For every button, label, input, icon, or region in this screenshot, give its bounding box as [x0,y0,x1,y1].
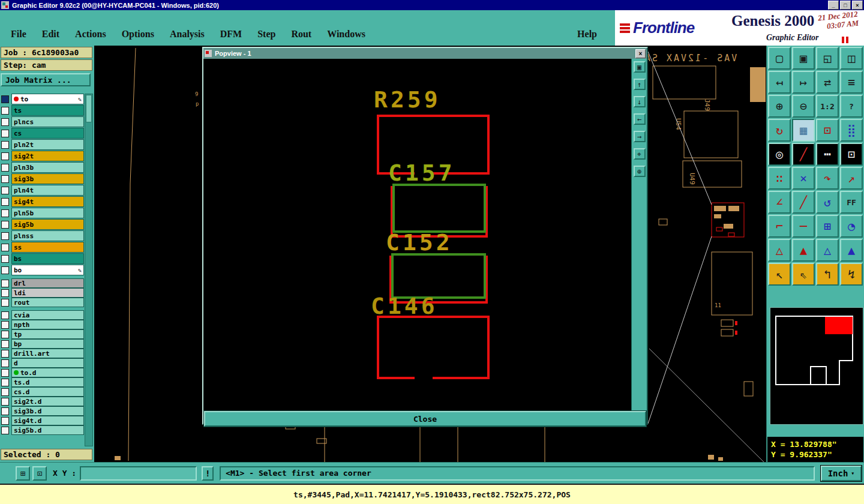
layer-row-ss[interactable]: ss [1,242,84,253]
zoom-in-button[interactable]: ⊕ [768,95,791,118]
navigator-view-rect[interactable] [825,317,853,334]
layer-row-bs[interactable]: bs [1,253,84,264]
layer-row-pln2t[interactable]: pln2t [1,139,84,150]
pointer-line-button[interactable]: ⇖ [792,263,815,286]
layer-row-bp[interactable]: bp [1,339,84,349]
dash-button[interactable]: ─ [792,215,815,238]
dot-matrix-button[interactable]: ⣿ [840,119,863,142]
layer-row-cs[interactable]: cs [1,128,84,139]
highlight-net-button[interactable]: ∷ [768,167,791,190]
menu-actions[interactable]: Actions [75,29,106,40]
zoom-out-button[interactable]: ⊖ [792,95,815,118]
split-view-button[interactable]: ◫ [840,47,863,70]
units-button[interactable]: Inch ▾ [821,466,862,481]
menu-windows[interactable]: Windows [327,29,365,40]
layer-row-to[interactable]: to✎ [1,94,84,104]
layer-row-rout[interactable]: rout [1,298,84,307]
popview-copy-button[interactable]: ▣ [634,61,646,73]
layer-checkbox[interactable] [1,244,9,251]
redraw-button[interactable]: ↻ [768,119,791,142]
origin-snap-button[interactable]: ⊡ [32,466,47,481]
popview-canvas[interactable]: R259 C157 C152 C146 [203,59,631,410]
layer-scrollbar[interactable] [85,94,93,446]
pointer-path-button[interactable]: ↯ [840,263,863,286]
layer-checkbox[interactable] [1,107,9,115]
layer-checkbox[interactable] [1,95,9,103]
layer-colors-button[interactable]: ⊡ [816,119,839,142]
alert-button[interactable]: ! [202,466,214,481]
menu-rout[interactable]: Rout [291,29,311,40]
layer-checkbox[interactable] [1,340,9,348]
layer-row-pln3b[interactable]: pln3b [1,162,84,173]
menu-step[interactable]: Step [257,29,275,40]
layer-checkbox[interactable] [1,359,9,367]
triangle-outline-button[interactable]: △ [768,239,791,262]
popview-pan-down-button[interactable]: ↓ [634,96,646,107]
triangle-blue-button[interactable]: △ [816,239,839,262]
layer-checkbox[interactable] [1,130,9,137]
layer-checkbox[interactable] [1,388,9,396]
layer-checkbox[interactable] [1,118,9,126]
swap-view-button[interactable]: ⇄ [816,71,839,94]
layer-row-sig2t.d[interactable]: sig2t.d [1,397,84,406]
zoom-1-2-button[interactable]: 1:2 [816,95,839,118]
line-scope-button[interactable]: ╱ [792,143,815,166]
pan-frame-button[interactable]: ⊞ [816,215,839,238]
layer-row-plnss[interactable]: plnss [1,230,84,241]
menu-help[interactable]: Help [577,29,597,40]
popview-pan-up-button[interactable]: ↑ [634,79,646,90]
menu-options[interactable]: Options [122,29,154,40]
popview-window[interactable]: Popview - 1 × R259 C157 C152 C146 [202,47,648,425]
layer-checkbox[interactable] [1,321,9,329]
layer-row-tp[interactable]: tp [1,329,84,339]
popview-pan-left-button[interactable]: ← [634,113,646,125]
layer-checkbox[interactable] [1,299,9,307]
layer-checkbox[interactable] [1,209,9,217]
clear-highlight-button[interactable]: × [792,167,815,190]
navigator-panel[interactable] [770,307,863,425]
layer-row-bo[interactable]: bo✎ [1,265,84,275]
layer-checkbox[interactable] [1,266,9,274]
popview-pan-right-button[interactable]: → [634,131,646,142]
layer-checkbox[interactable] [1,280,9,287]
layer-row-sig3b[interactable]: sig3b [1,173,84,184]
popview-titlebar[interactable]: Popview - 1 × [203,48,647,59]
layer-row-pln5b[interactable]: pln5b [1,208,84,218]
text-flip-button[interactable]: FF [840,191,863,214]
layer-checkbox[interactable] [1,221,9,229]
menu-analysis[interactable]: Analysis [170,29,205,40]
layer-checkbox[interactable] [1,187,9,194]
layer-row-sig4t.d[interactable]: sig4t.d [1,416,84,425]
layer-row-pln4t[interactable]: pln4t [1,185,84,196]
layer-row-d[interactable]: d [1,358,84,368]
vector-button[interactable]: ↗ [840,167,863,190]
main-canvas[interactable]: 9 p VAS -12VAX SAGND J49 U54 U49 [94,46,766,462]
popview-center-button[interactable]: ⌖ [634,148,646,160]
layer-checkbox[interactable] [1,417,9,425]
angle-button[interactable]: ∠ [768,191,791,214]
triangle-filled-button[interactable]: ▲ [792,239,815,262]
job-matrix-button[interactable]: Job Matrix ... [1,73,91,86]
ruler-button[interactable]: ┅ [816,143,839,166]
layer-row-cs.d[interactable]: cs.d [1,387,84,397]
popview-close-icon[interactable]: × [635,49,646,58]
layer-checkbox[interactable] [1,331,9,338]
layer-checkbox[interactable] [1,255,9,263]
layer-checkbox[interactable] [1,350,9,358]
menu-edit[interactable]: Edit [42,29,59,40]
area-scope-button[interactable]: ⊡ [840,143,863,166]
layer-row-sig3b.d[interactable]: sig3b.d [1,406,84,416]
layer-checkbox[interactable] [1,198,9,206]
grid-toggle-button[interactable]: ▦ [792,119,815,142]
layer-row-drill.art[interactable]: drill.art [1,349,84,358]
layer-row-sig4t[interactable]: sig4t [1,196,84,207]
menu-file[interactable]: File [11,29,26,40]
grid-snap-button[interactable]: ⊞ [16,466,30,481]
layer-checkbox[interactable] [1,407,9,415]
layer-row-sig5b[interactable]: sig5b [1,219,84,230]
layer-row-ts[interactable]: ts [1,105,84,116]
layer-checkbox[interactable] [1,175,9,183]
layer-checkbox[interactable] [1,379,9,386]
layer-row-sig2t[interactable]: sig2t [1,151,84,161]
pointer-select-button[interactable]: ↖ [768,263,791,286]
